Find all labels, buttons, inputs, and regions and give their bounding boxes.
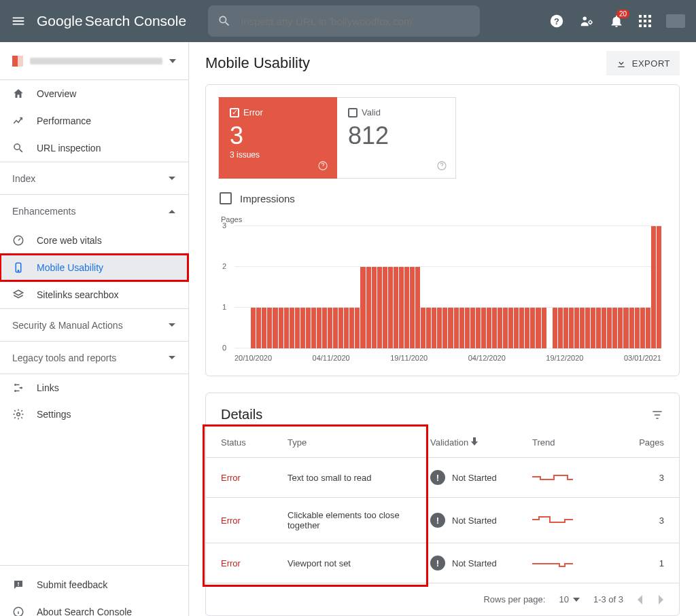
url-search[interactable] <box>208 5 480 37</box>
sidebar-item-about[interactable]: About Search Console <box>0 598 188 616</box>
help-icon[interactable] <box>436 160 447 171</box>
notifications-button[interactable]: 20 <box>609 14 624 29</box>
chart-bar <box>322 308 327 348</box>
chart-bar <box>333 308 338 348</box>
prev-page-icon[interactable] <box>637 595 644 604</box>
chevron-down-icon <box>168 355 176 361</box>
property-selector[interactable] <box>0 42 188 80</box>
help-icon[interactable] <box>317 160 328 171</box>
chart-bar <box>377 267 382 348</box>
status-chart-card: Error 3 3 issues Valid 812 Impressions P… <box>205 84 680 376</box>
col-trend[interactable]: Trend <box>525 428 607 458</box>
chart-bar <box>618 308 623 348</box>
sidebar-item-label: About Search Console <box>37 606 132 616</box>
chart-bar <box>574 308 579 348</box>
pager-rows-select[interactable]: 10 <box>559 594 579 604</box>
svg-point-8 <box>14 390 16 392</box>
main-content: Mobile Usability EXPORT Error 3 3 issues… <box>189 42 696 616</box>
chip-label: Valid <box>362 107 381 117</box>
next-page-icon[interactable] <box>657 595 664 604</box>
chart-bar <box>349 308 354 348</box>
col-pages[interactable]: Pages <box>607 428 679 458</box>
sidebar-item-performance[interactable]: Performance <box>0 107 188 134</box>
impressions-toggle[interactable]: Impressions <box>206 179 679 204</box>
sidebar-item-mobile-usability[interactable]: Mobile Usability <box>0 254 188 281</box>
app-logo: Google Search Console <box>37 13 186 29</box>
chip-subtext: 3 issues <box>230 150 326 160</box>
chart-bar <box>542 308 546 348</box>
account-avatar[interactable] <box>666 14 685 28</box>
sidebar-item-label: Core web vitals <box>37 235 102 246</box>
url-search-input[interactable] <box>239 15 470 28</box>
sidebar-item-settings[interactable]: Settings <box>0 401 188 428</box>
chart-bar <box>383 267 387 348</box>
speed-icon <box>12 234 24 247</box>
status-chip-error[interactable]: Error 3 3 issues <box>218 97 337 179</box>
menu-icon[interactable] <box>11 14 26 29</box>
sidebar-item-core-web-vitals[interactable]: Core web vitals <box>0 227 188 254</box>
export-button[interactable]: EXPORT <box>606 51 680 75</box>
chart-bar <box>481 308 486 348</box>
chart-bar <box>284 308 289 348</box>
sidebar-item-label: Overview <box>37 88 76 99</box>
property-name-redacted <box>30 58 162 65</box>
sidebar-section-index[interactable]: Index <box>0 162 188 194</box>
cell-status: Error <box>206 498 281 543</box>
sidebar-section-legacy[interactable]: Legacy tools and reports <box>0 341 188 374</box>
table-row[interactable]: ErrorViewport not set!Not Started1 <box>206 543 679 583</box>
chevron-down-icon <box>168 323 176 328</box>
sidebar-item-feedback[interactable]: Submit feedback <box>0 571 188 598</box>
chart-bar <box>508 308 513 348</box>
logo-product: Search Console <box>85 13 186 29</box>
validation-badge-icon: ! <box>430 513 445 528</box>
pager-rows-label: Rows per page: <box>483 594 545 604</box>
filter-icon[interactable] <box>650 408 664 422</box>
cell-validation: !Not Started <box>423 498 525 543</box>
chart-bar <box>569 308 574 348</box>
search-icon <box>12 142 24 154</box>
svg-point-10 <box>17 413 20 416</box>
chevron-down-icon <box>168 176 176 181</box>
sidebar-item-url-inspection[interactable]: URL inspection <box>0 134 188 162</box>
search-icon <box>218 14 231 28</box>
apps-icon[interactable] <box>639 15 651 27</box>
svg-rect-12 <box>18 585 19 586</box>
sidebar-section-enhancements[interactable]: Enhancements <box>0 194 188 227</box>
chart-bar <box>300 308 305 348</box>
chart-bar <box>623 308 628 348</box>
chart-bar <box>338 308 343 348</box>
sidebar-item-links[interactable]: Links <box>0 374 188 401</box>
home-icon <box>12 88 24 100</box>
notification-badge: 20 <box>616 10 629 18</box>
validation-badge-icon: ! <box>430 470 445 485</box>
col-validation[interactable]: Validation <box>423 428 525 458</box>
chart-bar <box>399 267 404 348</box>
links-icon <box>12 382 24 394</box>
chart-bar <box>432 308 436 348</box>
chart-bar <box>454 308 459 348</box>
help-icon[interactable]: ? <box>549 14 564 29</box>
col-status[interactable]: Status <box>206 428 281 458</box>
chart-bar <box>344 308 349 348</box>
sidebar-section-security[interactable]: Security & Manual Actions <box>0 308 188 341</box>
sidebar-item-sitelinks[interactable]: Sitelinks searchbox <box>0 281 188 308</box>
chart-bar <box>448 308 453 348</box>
cell-type: Viewport not set <box>281 543 423 583</box>
col-type[interactable]: Type <box>281 428 423 458</box>
details-title: Details <box>221 407 262 422</box>
table-row[interactable]: ErrorText too small to read!Not Started3 <box>206 458 679 498</box>
chart-bar <box>372 267 377 348</box>
sort-desc-icon <box>471 437 478 446</box>
table-row[interactable]: ErrorClickable elements too close togeth… <box>206 498 679 543</box>
chart-bar <box>612 308 617 348</box>
info-icon <box>12 606 24 616</box>
chip-label: Error <box>243 107 263 117</box>
sidebar-item-overview[interactable]: Overview <box>0 80 188 107</box>
status-chip-valid[interactable]: Valid 812 <box>337 97 456 179</box>
svg-point-7 <box>14 384 16 386</box>
chart-bar <box>492 308 497 348</box>
manage-users-icon[interactable] <box>579 14 594 29</box>
status-chips: Error 3 3 issues Valid 812 <box>206 85 679 179</box>
chart-bar <box>646 308 650 348</box>
chart-bar <box>476 308 481 348</box>
